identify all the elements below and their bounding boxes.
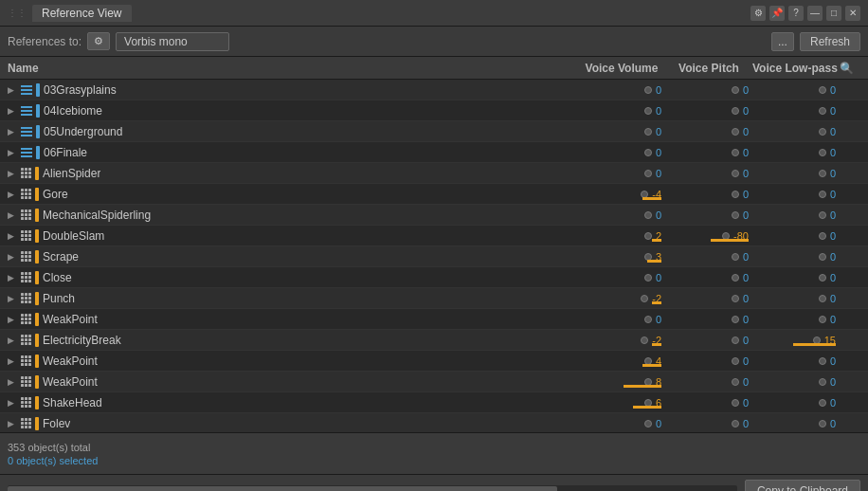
vol-knob[interactable] [644, 420, 652, 427]
table-row[interactable]: ▶ Scrape 3 0 0 [0, 246, 868, 267]
expand-icon[interactable]: ▶ [4, 229, 17, 243]
lp-value: 0 [830, 189, 836, 200]
help-icon[interactable]: ? [788, 6, 804, 21]
lp-knob[interactable] [819, 420, 826, 427]
table-row[interactable]: ▶ ElectricityBreak -2 0 15 [0, 330, 868, 351]
expand-icon[interactable]: ▶ [4, 125, 17, 138]
more-button[interactable]: ... [771, 32, 794, 51]
table-row[interactable]: ▶ 04Icebiome 0 0 0 [0, 100, 868, 121]
pitch-knob[interactable] [732, 191, 739, 198]
scrollbar-thumb[interactable] [8, 486, 557, 492]
expand-icon[interactable]: ▶ [4, 334, 17, 347]
expand-icon[interactable]: ▶ [4, 188, 17, 201]
sfx2-icon [21, 397, 31, 408]
lp-knob[interactable] [819, 253, 826, 261]
lp-knob[interactable] [819, 191, 826, 198]
filter-button[interactable]: ⚙ [87, 32, 110, 50]
lp-knob[interactable] [819, 295, 826, 302]
expand-icon[interactable]: ▶ [4, 292, 17, 305]
vol-knob[interactable] [644, 149, 652, 156]
window-title: Reference View [32, 5, 132, 22]
expand-icon[interactable]: ▶ [4, 250, 17, 264]
lp-knob[interactable] [819, 232, 826, 240]
expand-icon[interactable]: ▶ [4, 167, 17, 180]
lp-knob[interactable] [819, 86, 826, 94]
close-button[interactable]: ✕ [845, 6, 860, 21]
pitch-knob[interactable] [732, 274, 739, 282]
lp-knob[interactable] [819, 378, 826, 386]
lp-knob[interactable] [819, 128, 826, 136]
lp-knob[interactable] [819, 399, 826, 407]
vol-value: 0 [656, 314, 661, 325]
table-row[interactable]: ▶ MechanicalSpiderling 0 0 0 [0, 205, 868, 226]
pitch-knob[interactable] [732, 149, 739, 156]
vol-knob[interactable] [644, 316, 652, 323]
color-indicator [35, 229, 39, 243]
pitch-knob[interactable] [732, 316, 739, 323]
vol-knob[interactable] [644, 232, 652, 240]
table-row[interactable]: ▶ Folev 0 0 0 [0, 413, 868, 432]
pitch-knob[interactable] [732, 107, 739, 115]
color-indicator [35, 334, 39, 347]
pitch-knob[interactable] [732, 170, 739, 177]
pitch-knob[interactable] [732, 378, 739, 386]
lp-knob[interactable] [819, 211, 826, 219]
expand-icon[interactable]: ▶ [4, 375, 17, 389]
table-row[interactable]: ▶ 05Underground 0 0 0 [0, 121, 868, 142]
vol-knob[interactable] [644, 274, 652, 282]
table-row[interactable]: ▶ 03Grasyplains 0 0 0 [0, 80, 868, 100]
expand-icon[interactable]: ▶ [4, 146, 17, 159]
copy-to-clipboard-button[interactable]: Copy to Clipboard [745, 480, 860, 492]
table-row[interactable]: ▶ WeakPoint 4 0 0 [0, 351, 868, 372]
lp-knob[interactable] [819, 357, 826, 365]
refresh-button[interactable]: Refresh [800, 32, 860, 51]
pitch-knob[interactable] [732, 128, 739, 136]
pitch-knob[interactable] [732, 86, 739, 94]
pitch-knob[interactable] [732, 253, 739, 261]
horizontal-scrollbar[interactable] [8, 485, 737, 492]
lp-knob[interactable] [819, 107, 826, 115]
restore-button[interactable]: □ [826, 6, 841, 21]
vol-knob[interactable] [641, 336, 648, 344]
table-row[interactable]: ▶ Punch -2 0 0 [0, 288, 868, 309]
lp-knob[interactable] [819, 274, 826, 282]
table-row[interactable]: ▶ AlienSpider 0 0 0 [0, 163, 868, 184]
table-row[interactable]: ▶ WeakPoint 0 0 0 [0, 309, 868, 330]
table-row[interactable]: ▶ ShakeHead 6 0 0 [0, 392, 868, 413]
table-row[interactable]: ▶ Gore -4 0 0 [0, 184, 868, 205]
table-row[interactable]: ▶ DoubleSlam 2 -80 0 [0, 226, 868, 246]
expand-icon[interactable]: ▶ [4, 355, 17, 368]
vol-knob[interactable] [644, 170, 652, 177]
pitch-knob[interactable] [732, 420, 739, 427]
expand-icon[interactable]: ▶ [4, 104, 17, 118]
lp-knob[interactable] [819, 170, 826, 177]
expand-icon[interactable]: ▶ [4, 209, 17, 222]
row-label: AlienSpider [43, 167, 100, 180]
pitch-knob[interactable] [732, 357, 739, 365]
expand-icon[interactable]: ▶ [4, 271, 17, 284]
pitch-knob[interactable] [732, 295, 739, 302]
vol-knob[interactable] [644, 86, 652, 94]
vol-knob[interactable] [641, 295, 648, 302]
expand-icon[interactable]: ▶ [4, 396, 17, 409]
lp-knob[interactable] [819, 149, 826, 156]
pin-icon[interactable]: 📌 [769, 6, 785, 21]
pitch-knob[interactable] [732, 399, 739, 407]
table-row[interactable]: ▶ WeakPoint 8 0 0 [0, 372, 868, 392]
minimize-button[interactable]: — [807, 6, 823, 21]
vol-value: 0 [656, 126, 661, 137]
table-row[interactable]: ▶ Close 0 0 0 [0, 267, 868, 288]
table-row[interactable]: ▶ 06Finale 0 0 0 [0, 142, 868, 163]
settings-icon[interactable]: ⚙ [750, 6, 766, 21]
lp-knob[interactable] [819, 316, 826, 323]
expand-icon[interactable]: ▶ [4, 313, 17, 326]
vol-knob[interactable] [644, 211, 652, 219]
vol-knob[interactable] [644, 128, 652, 136]
expand-icon[interactable]: ▶ [4, 417, 17, 430]
expand-icon[interactable]: ▶ [4, 83, 17, 97]
pitch-knob[interactable] [732, 336, 739, 344]
table-scroll[interactable]: ▶ 03Grasyplains 0 0 0 [0, 80, 868, 432]
pitch-knob[interactable] [732, 211, 739, 219]
col-search: 🔍 [840, 62, 853, 75]
vol-knob[interactable] [644, 107, 652, 115]
